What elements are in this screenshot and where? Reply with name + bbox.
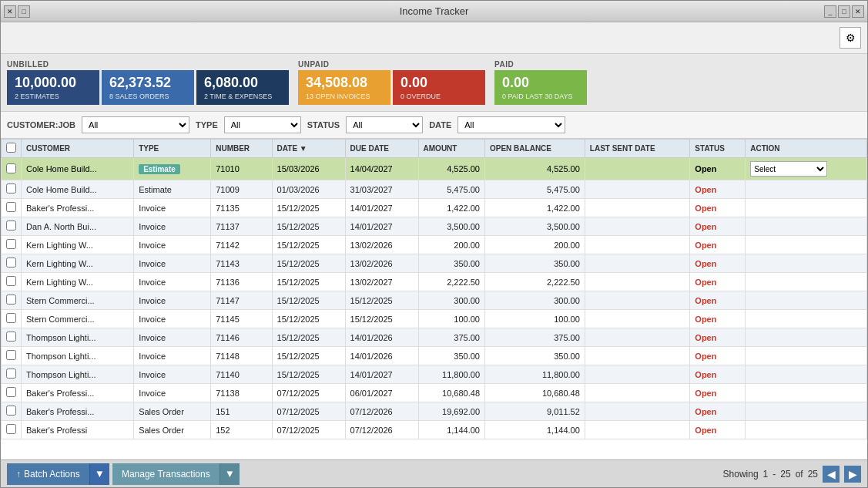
table-row: Thompson Lighti... Invoice 71140 15/12/2… bbox=[2, 365, 867, 384]
row-checkbox-cell[interactable] bbox=[2, 291, 22, 310]
header-open-balance[interactable]: OPEN BALANCE bbox=[485, 140, 585, 158]
row-checkbox-cell[interactable] bbox=[2, 384, 22, 402]
row-last-sent bbox=[585, 199, 690, 217]
row-checkbox[interactable] bbox=[6, 220, 16, 231]
manage-transactions-dropdown-btn[interactable]: ▼ bbox=[220, 463, 240, 485]
estimates-panel[interactable]: 10,000.00 2 ESTIMATES bbox=[7, 70, 99, 105]
batch-actions-label: Batch Actions bbox=[24, 469, 80, 480]
row-checkbox-cell[interactable] bbox=[2, 421, 22, 439]
table-row: Thompson Lighti... Invoice 71148 15/12/2… bbox=[2, 347, 867, 365]
row-checkbox[interactable] bbox=[6, 313, 16, 323]
row-date: 15/12/2025 bbox=[272, 328, 345, 347]
row-checkbox[interactable] bbox=[6, 183, 16, 194]
row-status: Open bbox=[690, 273, 746, 291]
manage-transactions-btn[interactable]: Manage Transactions bbox=[112, 463, 220, 485]
row-customer: Baker's Professi bbox=[22, 421, 134, 439]
row-status: Open bbox=[690, 402, 746, 421]
row-type: Invoice bbox=[134, 199, 211, 217]
row-checkbox[interactable] bbox=[6, 257, 16, 268]
row-due-date: 31/03/2027 bbox=[345, 180, 418, 199]
row-checkbox-cell[interactable] bbox=[2, 347, 22, 365]
row-checkbox[interactable] bbox=[6, 276, 16, 286]
row-checkbox[interactable] bbox=[6, 350, 16, 360]
customer-job-label: CUSTOMER:JOB bbox=[7, 120, 75, 130]
row-checkbox-cell[interactable] bbox=[2, 236, 22, 254]
header-due-date[interactable]: DUE DATE bbox=[345, 140, 418, 158]
row-checkbox-cell[interactable] bbox=[2, 199, 22, 217]
select-all-checkbox[interactable] bbox=[6, 143, 16, 153]
row-customer: Kern Lighting W... bbox=[22, 236, 134, 254]
window-close-btn[interactable]: ✕ bbox=[4, 5, 16, 18]
close-btn[interactable]: ✕ bbox=[852, 5, 864, 18]
row-action bbox=[746, 254, 867, 273]
action-select[interactable]: Select bbox=[750, 161, 827, 177]
header-last-sent[interactable]: LAST SENT DATE bbox=[585, 140, 690, 158]
table-row: Baker's Professi... Invoice 71135 15/12/… bbox=[2, 199, 867, 217]
row-checkbox[interactable] bbox=[6, 239, 16, 249]
row-customer: Kern Lighting W... bbox=[22, 273, 134, 291]
summary-row: UNBILLED 10,000.00 2 ESTIMATES 62,373.52… bbox=[1, 54, 867, 112]
header-type[interactable]: TYPE bbox=[134, 140, 211, 158]
row-checkbox-cell[interactable] bbox=[2, 158, 22, 180]
row-open-balance: 9,011.52 bbox=[485, 402, 585, 421]
row-checkbox[interactable] bbox=[6, 406, 16, 416]
maximize-btn[interactable]: □ bbox=[838, 5, 850, 18]
paid-panel[interactable]: 0.00 0 PAID LAST 30 DAYS bbox=[494, 70, 587, 105]
status-select[interactable]: All bbox=[346, 116, 423, 133]
row-checkbox[interactable] bbox=[6, 369, 16, 379]
row-number: 151 bbox=[211, 402, 272, 421]
row-amount: 4,525.00 bbox=[418, 158, 484, 180]
row-checkbox[interactable] bbox=[6, 332, 16, 342]
row-checkbox[interactable] bbox=[6, 294, 16, 305]
minimize-btn[interactable]: _ bbox=[824, 5, 836, 18]
row-checkbox[interactable] bbox=[6, 202, 16, 212]
header-status[interactable]: STATUS bbox=[690, 140, 746, 158]
row-type: Invoice bbox=[134, 291, 211, 310]
row-checkbox-cell[interactable] bbox=[2, 217, 22, 236]
row-customer: Cole Home Build... bbox=[22, 158, 134, 180]
batch-actions-dropdown-btn[interactable]: ▼ bbox=[89, 463, 109, 485]
overdue-panel[interactable]: 0.00 0 OVERDUE bbox=[393, 70, 485, 105]
row-checkbox-cell[interactable] bbox=[2, 180, 22, 199]
row-checkbox-cell[interactable] bbox=[2, 254, 22, 273]
row-date: 15/12/2025 bbox=[272, 291, 345, 310]
date-select[interactable]: All bbox=[457, 116, 565, 133]
unbilled-label: UNBILLED bbox=[7, 60, 289, 69]
row-due-date: 14/01/2027 bbox=[345, 199, 418, 217]
row-last-sent bbox=[585, 421, 690, 439]
row-customer: Stern Commerci... bbox=[22, 291, 134, 310]
row-checkbox-cell[interactable] bbox=[2, 273, 22, 291]
row-checkbox-cell[interactable] bbox=[2, 310, 22, 328]
row-due-date: 14/01/2026 bbox=[345, 328, 418, 347]
row-status: Open bbox=[690, 180, 746, 199]
toolbar-area: ⚙ bbox=[1, 22, 867, 54]
header-action[interactable]: ACTION bbox=[746, 140, 867, 158]
header-number[interactable]: NUMBER bbox=[211, 140, 272, 158]
type-select[interactable]: All bbox=[224, 116, 301, 133]
row-number: 71148 bbox=[211, 347, 272, 365]
batch-actions-btn[interactable]: ↑ Batch Actions bbox=[7, 463, 89, 485]
row-last-sent bbox=[585, 365, 690, 384]
next-page-btn[interactable]: ▶ bbox=[844, 466, 861, 483]
row-action bbox=[746, 328, 867, 347]
time-expenses-panel[interactable]: 6,080.00 2 TIME & EXPENSES bbox=[196, 70, 289, 105]
header-customer[interactable]: CUSTOMER bbox=[22, 140, 134, 158]
row-checkbox-cell[interactable] bbox=[2, 328, 22, 347]
header-amount[interactable]: AMOUNT bbox=[418, 140, 484, 158]
sales-orders-panel[interactable]: 62,373.52 8 SALES ORDERS bbox=[102, 70, 194, 105]
row-open-balance: 350.00 bbox=[485, 347, 585, 365]
table-row: Stern Commerci... Invoice 71147 15/12/20… bbox=[2, 291, 867, 310]
prev-page-btn[interactable]: ◀ bbox=[823, 466, 840, 483]
row-checkbox[interactable] bbox=[6, 424, 16, 434]
row-checkbox-cell[interactable] bbox=[2, 365, 22, 384]
header-checkbox[interactable] bbox=[2, 140, 22, 158]
open-invoices-panel[interactable]: 34,508.08 13 OPEN INVOICES bbox=[298, 70, 390, 105]
type-badge: Invoice bbox=[139, 259, 166, 268]
row-amount: 200.00 bbox=[418, 236, 484, 254]
row-checkbox[interactable] bbox=[6, 387, 16, 397]
row-checkbox[interactable] bbox=[6, 163, 16, 173]
customer-job-select[interactable]: All bbox=[82, 116, 189, 133]
settings-gear-btn[interactable]: ⚙ bbox=[840, 27, 861, 49]
row-checkbox-cell[interactable] bbox=[2, 402, 22, 421]
header-date[interactable]: DATE ▼ bbox=[272, 140, 345, 158]
